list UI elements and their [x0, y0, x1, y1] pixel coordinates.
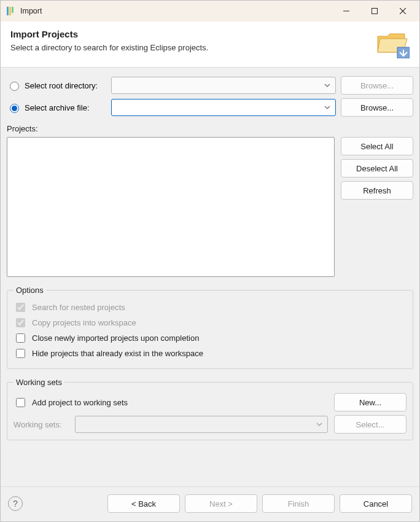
root-directory-combo[interactable] — [111, 77, 336, 94]
next-button[interactable]: Next > — [185, 494, 257, 513]
wizard-content: Select root directory: Browse... Select … — [1, 68, 419, 486]
app-icon — [6, 6, 15, 16]
search-nested-checkbox[interactable]: Search for nested projects — [14, 301, 406, 314]
minimize-button[interactable] — [332, 2, 360, 20]
select-all-button[interactable]: Select All — [341, 137, 413, 155]
refresh-button[interactable]: Refresh — [341, 181, 413, 200]
add-to-working-sets-checkbox[interactable]: Add project to working sets — [14, 396, 328, 409]
select-working-set-button[interactable]: Select... — [334, 415, 406, 434]
archive-file-combo[interactable] — [111, 99, 336, 116]
back-button[interactable]: < Back — [107, 494, 180, 513]
deselect-all-button[interactable]: Deselect All — [341, 159, 413, 177]
copy-projects-checkbox[interactable]: Copy projects into workspace — [14, 316, 406, 329]
help-button[interactable]: ? — [8, 496, 23, 511]
browse-archive-button[interactable]: Browse... — [341, 98, 413, 117]
titlebar: Import — [1, 1, 419, 21]
svg-rect-0 — [7, 7, 9, 15]
working-sets-combo[interactable] — [75, 416, 328, 433]
projects-listbox[interactable] — [7, 137, 335, 277]
working-sets-group: Working sets Add project to working sets… — [7, 378, 413, 440]
close-imported-checkbox[interactable]: Close newly imported projects upon compl… — [14, 332, 406, 345]
wizard-header: Import Projects Select a directory to se… — [1, 21, 419, 68]
chevron-down-icon — [324, 84, 330, 87]
page-title: Import Projects — [10, 29, 370, 39]
import-window: Import Import Projects Select a director… — [0, 0, 420, 522]
archive-file-radio[interactable]: Select archive file: — [7, 102, 106, 113]
close-button[interactable] — [389, 2, 417, 20]
wizard-footer: ? < Back Next > Finish Cancel — [1, 486, 419, 521]
window-title: Import — [20, 7, 42, 15]
chevron-down-icon — [324, 106, 330, 109]
folder-import-icon — [375, 29, 410, 58]
page-subtitle: Select a directory to search for existin… — [10, 43, 370, 52]
root-directory-radio[interactable]: Select root directory: — [7, 80, 106, 91]
svg-rect-2 — [12, 7, 14, 13]
chevron-down-icon — [316, 423, 322, 426]
hide-existing-checkbox[interactable]: Hide projects that already exist in the … — [14, 347, 406, 360]
browse-root-button[interactable]: Browse... — [341, 76, 413, 95]
new-working-set-button[interactable]: New... — [334, 393, 406, 411]
maximize-button[interactable] — [360, 2, 389, 20]
finish-button[interactable]: Finish — [262, 494, 335, 513]
svg-rect-1 — [9, 7, 11, 15]
projects-label: Projects: — [7, 124, 413, 133]
options-group: Options Search for nested projects Copy … — [7, 286, 413, 369]
cancel-button[interactable]: Cancel — [340, 494, 412, 513]
working-sets-label: Working sets: — [14, 420, 69, 429]
svg-rect-4 — [372, 9, 378, 14]
